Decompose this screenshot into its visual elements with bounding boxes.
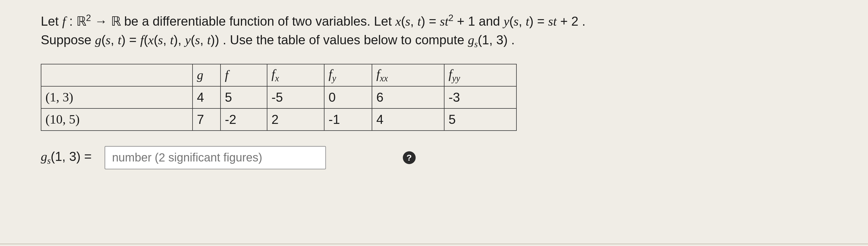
math-x-eq: x(s, t) = st2 + 1 (395, 14, 475, 28)
text-let: Let (41, 14, 62, 28)
cell-g: 7 (192, 109, 220, 130)
row-label: (10, 5) (41, 109, 192, 130)
cell-fyy: -3 (444, 86, 517, 109)
cell-fxx: 4 (372, 109, 444, 130)
math-g-eq: g(s, t) = f(x(s, t), y(s, t)) (95, 33, 219, 47)
header-fxx: fxx (372, 64, 444, 86)
cell-fy: -1 (324, 109, 372, 130)
cell-fy: 0 (324, 86, 372, 109)
answer-label: gs(1, 3) = (41, 149, 92, 166)
table-header-row: g f fx fy fxx fyy (41, 64, 517, 86)
header-g: g (192, 64, 220, 86)
cell-f: -2 (220, 109, 267, 130)
help-icon[interactable]: ? (403, 151, 416, 164)
header-blank (41, 64, 192, 86)
math-target: gs(1, 3) (468, 33, 508, 47)
text-period2: . (511, 33, 515, 47)
header-f: f (220, 64, 267, 86)
table-row: (10, 5) 7 -2 2 -1 4 5 (41, 109, 517, 130)
bottom-divider (0, 244, 868, 244)
table-row: (1, 3) 4 5 -5 0 6 -3 (41, 86, 517, 109)
row-label: (1, 3) (41, 86, 192, 109)
text-and: and (478, 14, 504, 28)
math-fn-decl: f : ℝ2 → ℝ (62, 14, 121, 28)
cell-f: 5 (220, 86, 267, 109)
answer-row: gs(1, 3) = ? (41, 146, 827, 170)
cell-fxx: 6 (372, 86, 444, 109)
text-be-diff: be a differentiable function of two vari… (124, 14, 395, 28)
problem-statement: Let f : ℝ2 → ℝ be a differentiable funct… (41, 12, 827, 51)
cell-fyy: 5 (444, 109, 517, 130)
answer-input[interactable] (104, 146, 326, 170)
cell-g: 4 (192, 86, 220, 109)
cell-fx: 2 (267, 109, 324, 130)
header-fyy: fyy (444, 64, 517, 86)
cell-fx: -5 (267, 86, 324, 109)
header-fx: fx (267, 64, 324, 86)
values-table: g f fx fy fxx fyy (1, 3) 4 5 -5 0 6 -3 (… (41, 64, 517, 131)
text-usetable: . Use the table of values below to compu… (223, 33, 468, 47)
header-fy: fy (324, 64, 372, 86)
text-suppose: Suppose (41, 33, 95, 47)
problem-container: Let f : ℝ2 → ℝ be a differentiable funct… (0, 0, 868, 246)
math-y-eq: y(s, t) = st + 2 (504, 14, 579, 28)
text-period: . (582, 14, 586, 28)
